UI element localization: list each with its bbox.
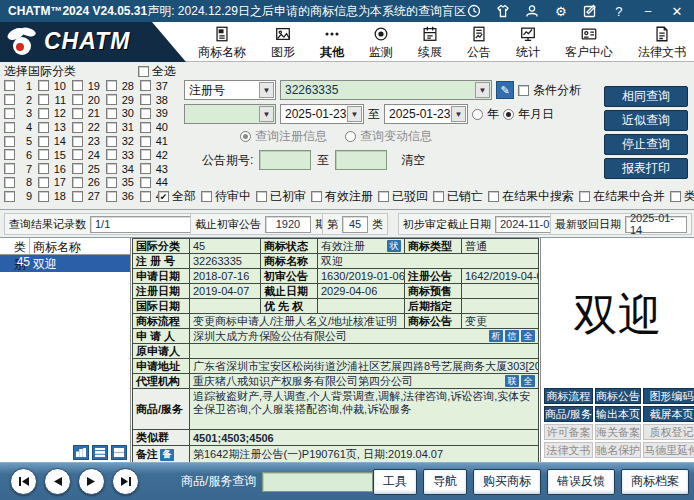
applicant-mini-button[interactable]: 析: [489, 330, 503, 342]
class-option-22[interactable]: 22: [72, 121, 106, 133]
class-checkbox-18[interactable]: [38, 191, 49, 202]
status-checkbox[interactable]: [256, 191, 267, 202]
class-option-17[interactable]: 17: [38, 176, 72, 188]
action-button-图形编码[interactable]: 图形编码: [643, 388, 694, 404]
class-checkbox-4[interactable]: [4, 122, 15, 133]
last-record-button[interactable]: [112, 468, 139, 495]
class-checkbox-41[interactable]: [140, 136, 151, 147]
class-option-43[interactable]: 43: [140, 163, 174, 175]
date-from-select[interactable]: 2025-01-23 ▼: [280, 104, 364, 124]
class-option-5[interactable]: 5: [4, 135, 38, 147]
query-value-input[interactable]: 32263335 ▼: [280, 80, 492, 100]
status-checkbox[interactable]: [579, 191, 590, 202]
status-filter-全部[interactable]: 全部: [158, 188, 196, 205]
status-checkbox[interactable]: [488, 191, 499, 202]
class-checkbox-12[interactable]: [38, 108, 49, 119]
class-option-38[interactable]: 38: [140, 94, 174, 106]
edit-icon[interactable]: [582, 3, 598, 19]
status-filter-在结果中合并[interactable]: 在结果中合并: [579, 188, 665, 205]
class-option-11[interactable]: 11: [38, 94, 72, 106]
class-option-40[interactable]: 40: [140, 121, 174, 133]
user-icon[interactable]: [524, 3, 540, 19]
applicant-mini-button[interactable]: 全: [521, 330, 535, 342]
action-button-商标公告[interactable]: 商标公告: [595, 388, 641, 404]
class-option-6[interactable]: 6: [4, 149, 38, 161]
tab-statistics[interactable]: 统计: [514, 23, 542, 61]
next-record-button[interactable]: [78, 468, 105, 495]
agent-mini-button[interactable]: 全: [521, 375, 535, 387]
class-checkbox-33[interactable]: [106, 149, 117, 160]
class-option-18[interactable]: 18: [38, 190, 72, 202]
side-button-近似查询[interactable]: 近似查询: [604, 110, 688, 131]
gear-icon[interactable]: ⚙: [553, 3, 569, 19]
class-option-24[interactable]: 24: [72, 149, 106, 161]
class-checkbox-36[interactable]: [106, 191, 117, 202]
chevron-down-icon[interactable]: ▼: [475, 82, 490, 98]
first-record-button[interactable]: [10, 468, 37, 495]
list-view-icon[interactable]: [92, 445, 108, 460]
status-filter-在结果中搜索[interactable]: 在结果中搜索: [488, 188, 574, 205]
tab-customer-center[interactable]: 客户中心: [563, 23, 615, 61]
close-icon[interactable]: ✕: [669, 3, 685, 19]
status-checkbox[interactable]: [158, 191, 169, 202]
class-checkbox-16[interactable]: [38, 163, 49, 174]
action-button-法律文书[interactable]: 法律文书: [544, 442, 593, 458]
class-checkbox-20[interactable]: [72, 94, 83, 105]
class-option-32[interactable]: 32: [106, 135, 140, 147]
result-row[interactable]: 45双迎: [0, 255, 130, 272]
agent-mini-button[interactable]: 联: [505, 375, 519, 387]
notice-to-input[interactable]: [335, 150, 387, 170]
class-option-35[interactable]: 35: [106, 176, 140, 188]
change-info-radio-option[interactable]: 查询变动信息: [345, 128, 432, 145]
class-checkbox-38[interactable]: [140, 94, 151, 105]
edit-pencil-button[interactable]: ✎: [496, 81, 514, 99]
tab-trademark-name[interactable]: 商标名称: [196, 23, 248, 61]
class-option-15[interactable]: 15: [38, 149, 72, 161]
class-option-21[interactable]: 21: [72, 107, 106, 119]
status-checkbox[interactable]: [433, 191, 444, 202]
class-option-37[interactable]: 37: [140, 80, 174, 92]
class-checkbox-35[interactable]: [106, 177, 117, 188]
class-checkbox-32[interactable]: [106, 136, 117, 147]
goods-query-input[interactable]: [262, 472, 373, 492]
bottom-button-工具[interactable]: 工具: [373, 469, 417, 495]
action-button-商标流程[interactable]: 商标流程: [544, 388, 593, 404]
action-button-质权登记[interactable]: 质权登记: [643, 424, 694, 440]
class-option-26[interactable]: 26: [72, 176, 106, 188]
status-checkbox[interactable]: [201, 191, 212, 202]
class-checkbox-7[interactable]: [4, 163, 15, 174]
class-checkbox-15[interactable]: [38, 149, 49, 160]
year-radio[interactable]: [472, 109, 483, 120]
bottom-button-错误反馈[interactable]: 错误反馈: [547, 469, 615, 495]
tab-legal-documents[interactable]: 法律文书: [636, 23, 688, 61]
status-filter-类似群组[interactable]: 类似群组: [670, 188, 694, 205]
class-checkbox-11[interactable]: [38, 94, 49, 105]
tab-renewal[interactable]: 续展: [416, 23, 444, 61]
class-option-9[interactable]: 9: [4, 190, 38, 202]
class-option-29[interactable]: 29: [106, 94, 140, 106]
class-option-30[interactable]: 30: [106, 107, 140, 119]
class-checkbox-19[interactable]: [72, 80, 83, 91]
class-checkbox-17[interactable]: [38, 177, 49, 188]
class-option-2[interactable]: 2: [4, 94, 38, 106]
bottom-button-商标档案[interactable]: 商标档案: [621, 469, 689, 495]
grid-view-icon[interactable]: [111, 445, 127, 460]
reg-info-radio-option[interactable]: 查询注册信息: [240, 128, 327, 145]
reg-info-radio[interactable]: [240, 131, 251, 142]
class-option-3[interactable]: 3: [4, 107, 38, 119]
class-option-44[interactable]: 44: [140, 176, 174, 188]
status-filter-已驳回[interactable]: 已驳回: [378, 188, 428, 205]
class-checkbox-42[interactable]: [140, 149, 151, 160]
class-option-36[interactable]: 36: [106, 190, 140, 202]
change-info-radio[interactable]: [345, 131, 356, 142]
class-checkbox-24[interactable]: [72, 149, 83, 160]
class-checkbox-21[interactable]: [72, 108, 83, 119]
class-option-10[interactable]: 10: [38, 80, 72, 92]
tab-gazette[interactable]: 公告: [465, 23, 493, 61]
side-button-报表打印[interactable]: 报表打印: [604, 158, 688, 179]
applicant-mini-button[interactable]: 信: [505, 330, 519, 342]
status-checkbox[interactable]: [378, 191, 389, 202]
class-checkbox-43[interactable]: [140, 163, 151, 174]
chevron-down-icon[interactable]: ▼: [259, 82, 274, 98]
class-option-28[interactable]: 28: [106, 80, 140, 92]
